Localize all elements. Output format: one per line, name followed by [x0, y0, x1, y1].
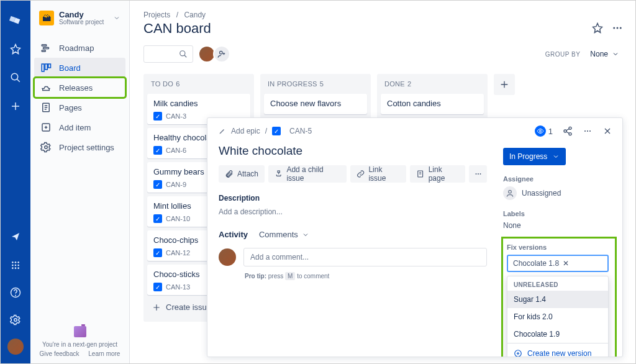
- nav-add-item[interactable]: Add item: [34, 117, 125, 137]
- notifications-icon[interactable]: [8, 229, 23, 244]
- nav-label: Pages: [59, 103, 82, 112]
- help-icon[interactable]: [8, 285, 23, 300]
- chevron-down-icon: [612, 50, 619, 58]
- svg-point-1: [12, 262, 14, 263]
- task-icon: ✓: [153, 112, 162, 121]
- pencil-icon: [219, 127, 226, 135]
- search-icon[interactable]: [8, 70, 23, 85]
- learn-more-link[interactable]: Learn more: [88, 350, 120, 357]
- app-switcher-icon[interactable]: [8, 13, 23, 28]
- project-switcher[interactable]: 🏔 Candy Software project: [34, 7, 125, 29]
- remove-version-icon[interactable]: ✕: [563, 259, 569, 268]
- project-sidebar: 🏔 Candy Software project Roadmap Board R…: [30, 1, 130, 363]
- nav-label: Project settings: [59, 143, 114, 152]
- give-feedback-link[interactable]: Give feedback: [40, 350, 80, 357]
- add-epic-link[interactable]: Add epic: [231, 127, 260, 135]
- attach-button[interactable]: Attach: [219, 165, 265, 183]
- activity-label: Activity: [219, 230, 248, 239]
- [interactable]: Link issue: [350, 165, 406, 183]
- issue-more-button[interactable]: [469, 165, 487, 183]
- assignee-label: Assignee: [503, 175, 622, 183]
- plus-icon: [499, 80, 509, 89]
- status-dropdown[interactable]: In Progress: [503, 148, 566, 165]
- comments-tab[interactable]: Comments: [259, 230, 309, 239]
- profile-avatar[interactable]: [7, 339, 24, 355]
- group-by-label: GROUP BY: [545, 51, 581, 58]
- svg-point-35: [569, 133, 571, 135]
- svg-point-9: [17, 267, 19, 269]
- column-title: DONE: [384, 80, 405, 88]
- breadcrumb-project[interactable]: Candy: [184, 11, 206, 19]
- star-icon[interactable]: [8, 42, 23, 57]
- nav-releases[interactable]: Releases: [34, 78, 125, 98]
- svg-point-31: [479, 173, 481, 175]
- nav-board[interactable]: Board: [34, 58, 125, 78]
- project-icon: 🏔: [39, 11, 54, 25]
- share-icon[interactable]: [563, 126, 573, 136]
- more-icon[interactable]: [583, 126, 593, 136]
- global-sidebar: [1, 1, 30, 363]
- version-option[interactable]: Chocolate 1.9: [507, 325, 608, 343]
- comment-avatar: [219, 248, 236, 266]
- svg-point-38: [589, 130, 591, 132]
- watch-button[interactable]: 1: [535, 125, 553, 137]
- more-icon[interactable]: [612, 22, 623, 34]
- nextgen-icon: [74, 326, 86, 337]
- version-option[interactable]: Sugar 1.4: [507, 291, 608, 308]
- group-by-select[interactable]: None: [586, 47, 623, 61]
- fix-versions-section: Fix versions Chocolate 1.8 ✕ UNRELEASED …: [503, 239, 615, 357]
- description-heading: Description: [219, 194, 487, 202]
- link-icon: [357, 170, 365, 178]
- labels-value[interactable]: None: [503, 221, 622, 230]
- comment-input[interactable]: Add a comment...: [243, 248, 487, 266]
- svg-point-29: [475, 173, 476, 175]
- nav-label: Board: [59, 63, 81, 73]
- description-field[interactable]: Add a description...: [219, 207, 487, 216]
- issue-title[interactable]: White chocolate: [219, 144, 487, 158]
- svg-point-36: [584, 130, 586, 132]
- svg-point-33: [569, 127, 571, 129]
- svg-point-7: [12, 267, 14, 269]
- nav-project-settings[interactable]: Project settings: [34, 137, 125, 157]
- svg-point-39: [509, 190, 512, 193]
- issue-card[interactable]: Choose new flavors: [264, 94, 367, 114]
- nav-roadmap[interactable]: Roadmap: [34, 38, 125, 58]
- nav-pages[interactable]: Pages: [34, 98, 125, 117]
- svg-point-5: [15, 265, 17, 266]
- page-icon: [416, 170, 424, 178]
- link-page-button[interactable]: Link page: [410, 165, 465, 183]
- close-icon[interactable]: [602, 126, 612, 136]
- nextgen-text: You're in a next-gen project: [30, 341, 129, 348]
- version-option[interactable]: For kids 2.0: [507, 308, 608, 325]
- project-type: Software project: [59, 19, 113, 25]
- add-child-button[interactable]: Add a child issue: [268, 165, 347, 183]
- create-icon[interactable]: [8, 99, 23, 114]
- apps-icon[interactable]: [8, 258, 23, 273]
- add-member-button[interactable]: [213, 45, 230, 63]
- add-person-icon: [217, 50, 226, 58]
- svg-rect-16: [42, 64, 44, 71]
- issue-key[interactable]: CAN-5: [289, 127, 312, 135]
- task-icon: ✓: [153, 214, 162, 223]
- column-done: DONE2 Cotton candies: [377, 74, 488, 122]
- fix-versions-input[interactable]: Chocolate 1.8 ✕: [507, 255, 609, 272]
- settings-icon[interactable]: [8, 312, 23, 327]
- svg-rect-15: [42, 50, 45, 52]
- add-column-button[interactable]: [494, 74, 515, 95]
- issue-card[interactable]: Cotton candies: [381, 94, 484, 114]
- attach-icon: [225, 170, 234, 178]
- svg-point-25: [180, 51, 185, 56]
- board-search[interactable]: [143, 45, 193, 63]
- star-icon[interactable]: [592, 22, 603, 34]
- svg-rect-17: [45, 64, 48, 70]
- page-title: CAN board: [143, 20, 592, 37]
- more-icon: [474, 170, 483, 178]
- assignee-value[interactable]: Unassigned: [503, 186, 622, 200]
- breadcrumb-root[interactable]: Projects: [143, 11, 170, 19]
- group-by-value: None: [590, 50, 608, 58]
- create-new-version[interactable]: Create new version: [507, 343, 608, 357]
- column-inprogress: IN PROGRESS5 Choose new flavors: [260, 74, 371, 122]
- nav-label: Releases: [59, 83, 93, 93]
- nav-label: Roadmap: [59, 43, 94, 53]
- comment-protip: Pro tip: press M to comment: [245, 273, 487, 280]
